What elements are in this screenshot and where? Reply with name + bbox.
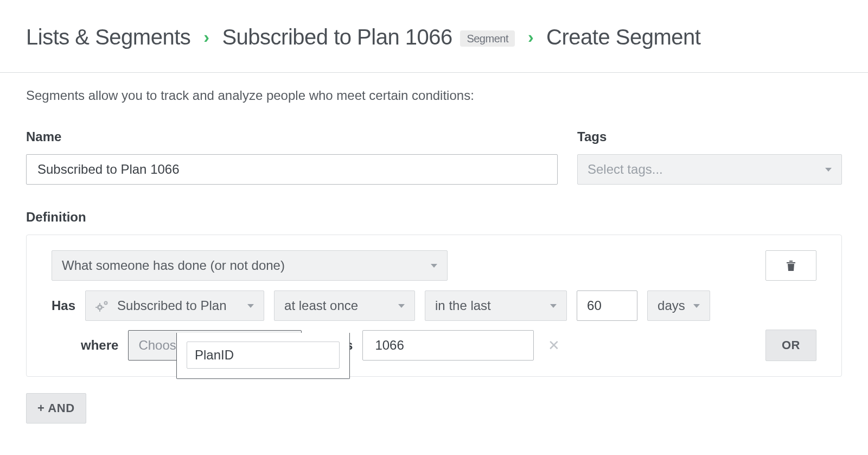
caret-down-icon (825, 168, 832, 172)
tags-select[interactable]: Select tags... (577, 154, 842, 185)
gear-icon (95, 300, 110, 312)
breadcrumb: Lists & Segments › Subscribed to Plan 10… (26, 25, 842, 49)
value-input[interactable] (362, 330, 534, 361)
condition-type-value: What someone has done (or not done) (62, 258, 285, 273)
property-search-input[interactable] (187, 342, 340, 369)
definition-box: What someone has done (or not done) Has … (26, 235, 842, 377)
header-divider (0, 72, 868, 73)
svg-rect-2 (99, 303, 100, 305)
svg-point-1 (99, 306, 101, 308)
timeframe-value: in the last (435, 298, 491, 313)
svg-rect-5 (102, 307, 104, 308)
frequency-value: at least once (284, 298, 358, 313)
or-button[interactable]: OR (765, 330, 816, 361)
timeframe-number-input[interactable] (577, 290, 637, 321)
caret-down-icon (550, 304, 557, 308)
svg-rect-4 (95, 307, 98, 308)
caret-down-icon (431, 264, 437, 268)
unit-value: days (658, 298, 685, 313)
delete-condition-button[interactable] (765, 250, 816, 281)
property-dropdown-popover (176, 333, 350, 379)
tags-placeholder: Select tags... (588, 162, 663, 177)
intro-text: Segments allow you to track and analyze … (26, 88, 842, 103)
segment-badge: Segment (460, 30, 515, 47)
breadcrumb-parent-label: Subscribed to Plan 1066 (222, 25, 452, 49)
where-label: where (81, 338, 118, 353)
caret-down-icon (398, 304, 405, 308)
remove-filter-button[interactable]: ✕ (544, 337, 564, 354)
tags-label: Tags (577, 129, 842, 144)
plus-icon: + (37, 401, 44, 415)
timeframe-select[interactable]: in the last (425, 290, 567, 321)
frequency-select[interactable]: at least once (274, 290, 415, 321)
caret-down-icon (693, 304, 700, 308)
breadcrumb-parent[interactable]: Subscribed to Plan 1066 Segment (222, 25, 515, 49)
name-input[interactable] (26, 154, 558, 185)
event-value: Subscribed to Plan (117, 298, 226, 313)
definition-label: Definition (26, 210, 842, 225)
svg-rect-3 (99, 309, 100, 312)
svg-point-7 (105, 302, 107, 304)
trash-icon (786, 260, 796, 271)
chevron-right-icon: › (203, 27, 209, 47)
name-label: Name (26, 129, 558, 144)
unit-select[interactable]: days (647, 290, 710, 321)
event-select[interactable]: Subscribed to Plan (85, 290, 264, 321)
has-label: Has (52, 298, 75, 313)
breadcrumb-current: Create Segment (546, 25, 700, 49)
caret-down-icon (247, 304, 254, 308)
and-button[interactable]: + AND (26, 393, 86, 424)
condition-type-select[interactable]: What someone has done (or not done) (52, 250, 448, 281)
breadcrumb-root[interactable]: Lists & Segments (26, 25, 190, 49)
chevron-right-icon: › (528, 27, 533, 47)
